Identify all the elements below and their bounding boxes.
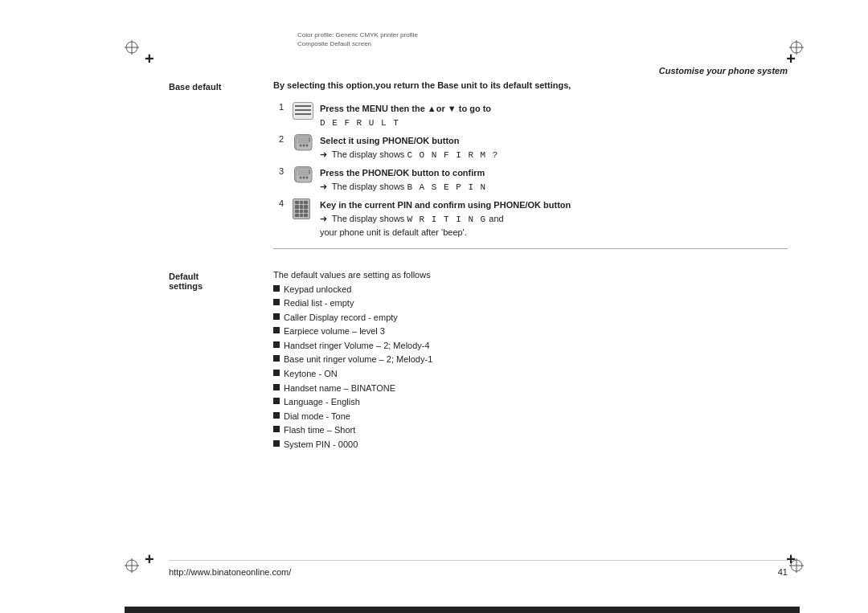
color-profile: Color profile: Generic CMYK printer prof… [297,31,418,48]
cross-bl: + [145,550,154,569]
bullet-icon [273,440,280,447]
list-item: Redial list - empty [273,296,788,311]
menu-icon [293,102,313,120]
list-item: Earpiece volume – level 3 [273,325,788,339]
section-default-settings: Default settings The default values are … [169,270,788,452]
step-3-num: 3 [273,164,289,196]
svg-point-24 [306,177,309,179]
svg-rect-12 [295,105,311,107]
keypad-icon [293,198,310,219]
bullet-icon [273,285,280,292]
phone-icon-step2 [294,134,312,150]
bullet-icon [273,370,280,376]
svg-rect-16 [297,137,310,142]
svg-point-23 [303,177,305,179]
reg-mark-bottom-left [125,558,139,573]
step-4-num: 4 [273,196,289,242]
cross-br: + [786,550,796,569]
main-content: Base default By selecting this option,yo… [169,80,788,533]
step-2-num: 2 [273,132,289,164]
bullet-icon [273,299,280,305]
list-item: Base unit ringer volume – 2; Melody-1 [273,353,788,367]
step-2-text: Select it using PHONE/OK button ➜ The di… [317,132,788,164]
page-header-title: Customise your phone system [659,66,788,76]
step-1-row: 1 Pr [273,100,788,132]
list-item: Language - English [273,395,788,410]
list-item: Caller Display record - empty [273,311,788,325]
list-item: Flash time – Short [273,423,788,438]
list-item: Handset ringer Volume – 2; Melody-4 [273,339,788,353]
base-intro: By selecting this option,you return the … [273,80,788,90]
svg-rect-21 [297,170,310,174]
step-3-icon-cell [289,164,317,196]
cross-tr: + [786,50,796,68]
phone-icon-step3 [294,166,312,182]
section-base-default: Base default By selecting this option,yo… [169,80,788,255]
svg-rect-13 [295,109,311,111]
svg-point-22 [300,177,302,179]
steps-table: 1 Pr [273,100,788,242]
default-intro: The default values are setting as follow… [273,270,788,280]
footer-page-number: 41 [778,567,788,577]
step-3-text: Press the PHONE/OK button to confirm ➜ T… [317,164,788,196]
step-1-num: 1 [273,100,289,132]
bullet-icon [273,327,280,333]
bottom-bar [125,607,800,613]
svg-point-17 [300,145,302,147]
bullet-icon [273,384,280,390]
bullet-icon [273,313,280,320]
step-4-row: 4 [273,196,788,242]
page: + + + + Color profile: Generic CMYK prin… [0,0,868,613]
list-item: Keypad unlocked [273,283,788,297]
svg-rect-14 [295,113,311,115]
bullet-icon [273,355,280,362]
section-divider [273,248,788,249]
base-default-content: By selecting this option,you return the … [273,80,788,255]
bullet-icon [273,341,280,348]
bullet-icon [273,412,280,419]
step-1-icon-cell [289,100,317,132]
base-default-label: Base default [169,80,273,255]
step-1-text: Press the MENU then the ▲or ▼ to go to D… [317,100,788,132]
list-item: System PIN - 0000 [273,438,788,452]
bullet-icon [273,398,280,404]
footer-url: http://www.binatoneonline.com/ [169,567,291,577]
step-2-icon-cell [289,132,317,164]
step-2-row: 2 [273,132,788,164]
default-settings-content: The default values are setting as follow… [273,270,788,452]
list-item: Dial mode - Tone [273,410,788,424]
list-item: Handset name – BINATONE [273,382,788,396]
svg-point-18 [303,145,305,147]
cross-tl: + [145,50,154,68]
bullet-icon [273,426,280,432]
default-settings-label: Default settings [169,270,273,452]
svg-point-19 [306,145,309,147]
step-4-text: Key in the current PIN and confirm using… [317,196,788,242]
step-3-row: 3 [273,164,788,196]
step-4-icon-cell [289,196,317,242]
default-list: Keypad unlocked Redial list - empty Call… [273,283,788,452]
list-item: Keytone - ON [273,367,788,382]
page-footer: http://www.binatoneonline.com/ 41 [169,560,788,577]
reg-mark-top-left [125,40,139,55]
